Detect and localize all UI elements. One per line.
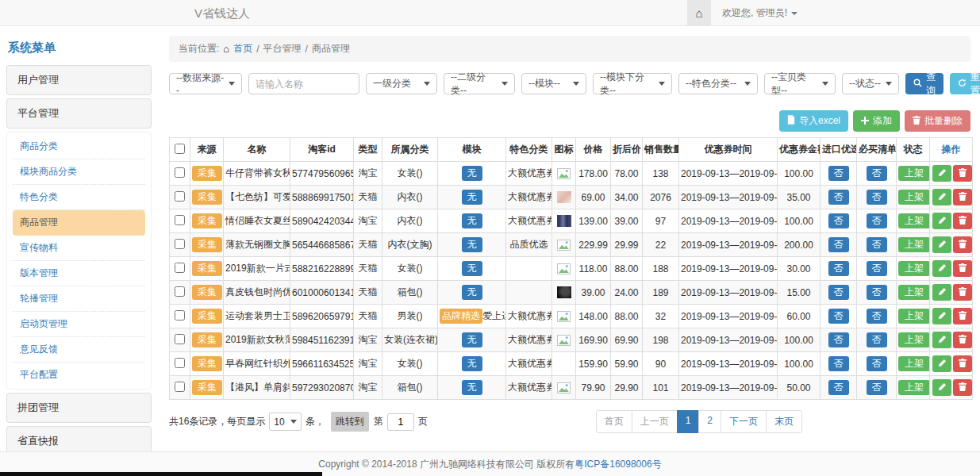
row-checkbox[interactable]: [175, 239, 185, 249]
icp-link[interactable]: 粤ICP备16098006号: [575, 458, 661, 471]
delete-button[interactable]: [953, 355, 972, 372]
row-checkbox[interactable]: [175, 310, 185, 321]
breadcrumb-home-link[interactable]: 首页: [233, 42, 252, 56]
sidebar-item-版本管理[interactable]: 版本管理: [13, 261, 145, 286]
cell-price: 39.00: [576, 281, 611, 305]
sidebar-group-拼团管理[interactable]: 拼团管理: [6, 393, 152, 423]
delete-button[interactable]: [953, 332, 972, 348]
sidebar-item-平台配置[interactable]: 平台配置: [13, 363, 145, 387]
cell-coupon-amount: 100.00: [778, 352, 821, 376]
status-badge: 上架: [898, 166, 930, 181]
import-excel-button[interactable]: 导入excel: [779, 110, 848, 132]
row-checkbox[interactable]: [175, 334, 185, 344]
edit-button[interactable]: [932, 213, 951, 229]
pager-2[interactable]: 2: [698, 410, 721, 433]
sidebar-item-商品分类[interactable]: 商品分类: [13, 134, 145, 159]
user-menu[interactable]: 欢迎您, 管理员!: [722, 6, 797, 20]
select-all-checkbox[interactable]: [175, 144, 185, 154]
cell-module: 无: [438, 257, 506, 281]
cell-source: 采集: [190, 209, 224, 233]
delete-button[interactable]: [953, 260, 972, 277]
table-row: 采集 2019新款一片式系... 588216228899 天猫 女装() 无 …: [170, 257, 973, 281]
sidebar-item-商品管理[interactable]: 商品管理: [13, 210, 145, 236]
status-select[interactable]: --状态--: [842, 73, 899, 94]
cell-name: 2019新款一片式系...: [224, 257, 290, 281]
edit-button[interactable]: [932, 284, 951, 301]
add-button[interactable]: 添加: [853, 110, 900, 132]
row-checkbox[interactable]: [175, 358, 185, 368]
cell-name: 薄款无钢圈文胸聚拢性...: [224, 233, 290, 257]
level2-category-select[interactable]: --二级分类--: [444, 73, 515, 94]
edit-button[interactable]: [932, 260, 951, 277]
cell-feature: 大额优惠券: [506, 376, 552, 400]
module-subcategory-select[interactable]: --模块下分类--: [593, 73, 672, 94]
pager-首页[interactable]: 首页: [596, 410, 632, 433]
edit-button[interactable]: [932, 189, 951, 205]
cell-category: 内衣(): [382, 186, 438, 209]
delete-button[interactable]: [953, 236, 972, 253]
sidebar-group-用户管理[interactable]: 用户管理: [6, 65, 152, 95]
pager-上一页[interactable]: 上一页: [632, 410, 678, 433]
cell-actions: [930, 376, 973, 400]
page-size-select[interactable]: 10: [269, 413, 301, 431]
edit-button[interactable]: [932, 332, 951, 348]
feature-category-select[interactable]: --特色分类--: [678, 73, 758, 94]
chevron-down-icon: [290, 420, 297, 424]
cell-taoke-id: 589042420344: [290, 209, 354, 233]
row-checkbox[interactable]: [175, 215, 185, 225]
pager-下一页[interactable]: 下一页: [721, 410, 767, 433]
delete-button[interactable]: [953, 189, 972, 205]
batch-delete-button[interactable]: 批量删除: [905, 110, 970, 132]
edit-button[interactable]: [932, 165, 951, 182]
row-checkbox[interactable]: [175, 263, 185, 273]
cell-type: 淘宝: [354, 328, 382, 352]
row-checkbox[interactable]: [175, 191, 185, 202]
delete-button[interactable]: [953, 379, 972, 396]
cell-sales: 188: [643, 257, 679, 281]
delete-button[interactable]: [953, 308, 972, 324]
edit-button[interactable]: [932, 236, 951, 253]
module-badge: 无: [462, 332, 482, 347]
name-input[interactable]: [248, 73, 359, 94]
row-checkbox[interactable]: [175, 382, 185, 392]
delete-button[interactable]: [953, 284, 972, 301]
jump-page-input[interactable]: [387, 413, 414, 431]
table-row: 采集 【七色纺】可爱纯棉家... 588869917501 天猫 内衣() 无 …: [170, 186, 973, 209]
cell-import-select: 否: [821, 233, 857, 257]
home-button[interactable]: ⌂: [687, 0, 711, 26]
row-checkbox[interactable]: [175, 286, 185, 297]
sidebar-item-轮播管理[interactable]: 轮播管理: [13, 286, 145, 312]
sidebar-group-平台管理[interactable]: 平台管理: [6, 98, 152, 129]
delete-button[interactable]: [953, 213, 972, 229]
cell-import-select: 否: [821, 209, 857, 233]
cell-source: 采集: [190, 376, 224, 400]
jump-button[interactable]: 跳转到: [331, 412, 369, 432]
pager-1[interactable]: 1: [677, 410, 700, 433]
column-header-销售数量: 销售数量: [643, 138, 679, 162]
search-button[interactable]: 查询: [905, 73, 943, 94]
row-checkbox[interactable]: [175, 167, 185, 178]
sidebar-item-特色分类[interactable]: 特色分类: [13, 185, 145, 210]
item-type-select[interactable]: --宝贝类型--: [764, 73, 836, 94]
sidebar-item-启动页管理[interactable]: 启动页管理: [13, 312, 145, 337]
cell-type: 淘宝: [354, 209, 382, 233]
edit-button[interactable]: [932, 308, 951, 324]
sidebar-item-模块商品分类[interactable]: 模块商品分类: [13, 159, 145, 185]
column-header-来源: 来源: [190, 138, 224, 162]
edit-button[interactable]: [932, 355, 951, 372]
sidebar-item-宣传物料[interactable]: 宣传物料: [13, 236, 145, 261]
status-badge: 上架: [898, 356, 930, 371]
module-select[interactable]: --模块--: [521, 73, 586, 94]
cell-sales: 22: [643, 233, 679, 257]
level1-category-select[interactable]: 一级分类: [366, 73, 437, 94]
sidebar-item-意见反馈[interactable]: 意见反馈: [13, 337, 145, 363]
delete-button[interactable]: [953, 165, 972, 182]
chevron-down-icon: [822, 82, 828, 86]
edit-button[interactable]: [932, 379, 951, 396]
module-badge: 无: [462, 213, 482, 228]
data-source-select[interactable]: --数据来源--: [169, 73, 242, 94]
pager-末页[interactable]: 末页: [766, 410, 802, 433]
reset-button[interactable]: 重置: [950, 73, 980, 94]
cell-module: 无: [438, 376, 506, 400]
cell-select: [170, 209, 190, 233]
